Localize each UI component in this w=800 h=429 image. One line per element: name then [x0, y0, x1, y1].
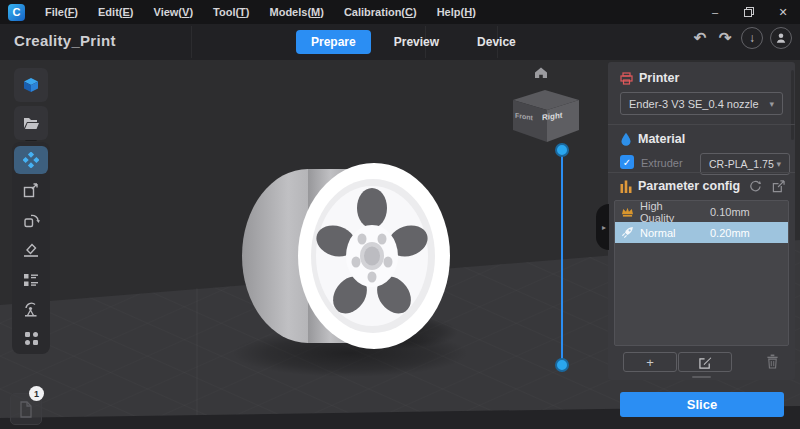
menu-view[interactable]: View(V) — [144, 2, 204, 22]
page-title: Creality_Print — [14, 32, 116, 49]
creality-print-window: C File(F) Edit(E) View(V) Tool(T) Models… — [0, 0, 800, 429]
move-icon — [23, 152, 39, 168]
layer-slider-handle-top[interactable] — [555, 143, 569, 157]
reset-params-icon[interactable] — [748, 180, 761, 193]
material-title: Material — [638, 132, 685, 146]
material-section-header: Material — [620, 132, 685, 146]
account-avatar[interactable] — [770, 27, 792, 49]
object-list-icon — [23, 272, 39, 288]
menu-edit[interactable]: Edit(E) — [88, 2, 143, 22]
panel-scrollbar[interactable] — [791, 70, 794, 140]
add-preset-button[interactable]: + — [623, 352, 677, 372]
clone-icon — [24, 331, 39, 346]
restore-button[interactable] — [732, 0, 766, 24]
edit-preset-button[interactable] — [678, 352, 732, 372]
layer-slider-track[interactable] — [561, 150, 563, 365]
parameter-config-icon — [620, 180, 632, 193]
tab-prepare[interactable]: Prepare — [296, 30, 371, 54]
preset-row-high-quality[interactable]: High Quality 0.10mm — [615, 201, 788, 222]
open-folder-icon — [23, 116, 40, 131]
workspace-tabs: Prepare Preview Device — [296, 30, 539, 54]
sidebar-item-open-file[interactable] — [14, 106, 48, 140]
chevron-down-icon: ▾ — [769, 99, 774, 109]
model-wheel[interactable] — [242, 163, 450, 349]
tool-move[interactable] — [14, 146, 48, 174]
menu-calibration[interactable]: Calibration(C) — [334, 2, 427, 22]
section-divider — [608, 172, 795, 173]
printer-select-value: Ender-3 V3 SE_0.4 nozzle — [629, 98, 759, 110]
undo-icon[interactable]: ↶ — [691, 29, 709, 47]
menu-file[interactable]: File(F) — [35, 2, 88, 22]
settings-panel: Printer Ender-3 V3 SE_0.4 nozzle ▾ Mater… — [608, 62, 795, 380]
support-icon — [23, 302, 39, 318]
panel-resize-handle[interactable] — [692, 376, 711, 378]
sidebar-item-model-library[interactable] — [14, 68, 48, 102]
preset-name: High Quality — [640, 200, 696, 224]
export-params-icon[interactable] — [772, 180, 785, 193]
title-bar: Creality_Print Prepare Preview Device ↶ … — [0, 24, 800, 60]
preset-row-normal[interactable]: Normal 0.20mm — [615, 222, 788, 243]
chevron-down-icon: ▾ — [776, 159, 781, 169]
crown-icon — [621, 206, 634, 217]
menu-help[interactable]: Help(H) — [427, 2, 486, 22]
transform-tool-group — [12, 142, 50, 354]
preset-list: High Quality 0.10mm Normal 0.20mm — [614, 200, 789, 346]
extruder-label: Extruder — [641, 157, 683, 169]
delete-preset-button[interactable] — [766, 354, 779, 373]
printer-section-header: Printer — [620, 71, 679, 85]
slice-button[interactable]: Slice — [620, 392, 784, 417]
panel-collapse-button[interactable]: ▸ — [596, 204, 609, 250]
extruder-checkbox[interactable]: ✓ — [620, 155, 634, 169]
tool-lay-flat[interactable] — [14, 236, 48, 264]
printer-icon — [620, 72, 633, 85]
printer-title: Printer — [639, 71, 679, 85]
home-view-icon[interactable] — [534, 66, 548, 79]
menu-bar: C File(F) Edit(E) View(V) Tool(T) Models… — [0, 0, 800, 24]
model-count-badge: 1 — [29, 386, 44, 401]
material-select-value: CR-PLA_1.75 — [709, 158, 774, 170]
tool-scale[interactable] — [14, 176, 48, 204]
restore-icon — [744, 7, 754, 17]
redo-icon[interactable]: ↷ — [716, 29, 734, 47]
document-icon — [19, 401, 33, 418]
lay-flat-icon — [23, 242, 39, 258]
tool-support[interactable] — [14, 296, 48, 324]
section-divider — [608, 124, 795, 125]
printer-select[interactable]: Ender-3 V3 SE_0.4 nozzle ▾ — [620, 92, 783, 115]
tool-object-list[interactable] — [14, 266, 48, 294]
parameter-config-header: Parameter config — [620, 179, 740, 193]
window-controls: – ✕ — [698, 0, 800, 24]
scale-icon — [23, 182, 39, 198]
title-actions: ↶ ↷ ↓ — [691, 27, 792, 49]
model-library-icon — [23, 77, 39, 93]
menu-models[interactable]: Models(M) — [260, 2, 334, 22]
edit-icon — [699, 356, 712, 369]
tool-rotate[interactable] — [14, 206, 48, 234]
app-logo-icon[interactable]: C — [8, 4, 25, 21]
tab-preview[interactable]: Preview — [379, 30, 454, 54]
download-icon[interactable]: ↓ — [741, 27, 763, 49]
user-icon — [774, 31, 788, 45]
tab-device[interactable]: Device — [462, 30, 531, 54]
rotate-icon — [23, 212, 40, 228]
trash-icon — [766, 354, 779, 369]
titlebar-separator — [191, 26, 192, 58]
close-button[interactable]: ✕ — [766, 0, 800, 24]
material-icon — [620, 132, 632, 146]
preset-name: Normal — [640, 227, 696, 239]
tool-clone[interactable] — [14, 324, 48, 352]
rocket-icon — [621, 226, 634, 239]
layer-slider-handle-bottom[interactable] — [555, 358, 569, 372]
parameter-config-title: Parameter config — [638, 179, 740, 193]
preset-layer-height: 0.20mm — [710, 227, 750, 239]
preset-layer-height: 0.10mm — [710, 206, 750, 218]
menu-tool[interactable]: Tool(T) — [203, 2, 259, 22]
minimize-button[interactable]: – — [698, 0, 732, 24]
